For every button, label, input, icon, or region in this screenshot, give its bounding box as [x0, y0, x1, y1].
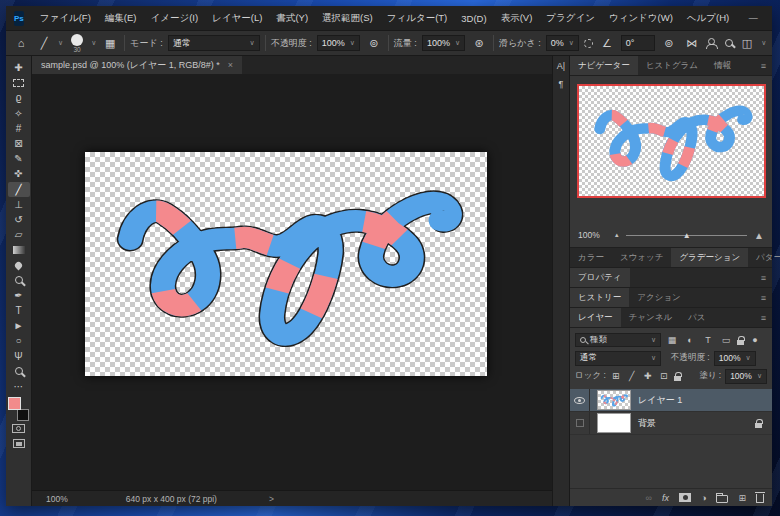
layer-style-fx-icon[interactable]: fx — [662, 493, 669, 503]
new-group-folder-icon[interactable] — [716, 495, 728, 503]
menu-filter[interactable]: フィルター(T) — [380, 6, 455, 30]
panel-menu-icon[interactable]: ≡ — [761, 56, 772, 75]
tab-swatches[interactable]: スウォッチ — [612, 248, 672, 267]
layer-fill-dropdown[interactable]: 100% ∨ — [725, 369, 767, 384]
tab-patterns[interactable]: パターン — [748, 248, 780, 267]
menu-help[interactable]: ヘルプ(H) — [680, 6, 736, 30]
magic-wand-tool[interactable]: ✧ — [8, 106, 30, 121]
eyedropper-tool[interactable]: ✎ — [8, 151, 30, 166]
pressure-opacity-icon[interactable]: ⊚ — [365, 37, 383, 50]
lock-artboard-icon[interactable]: ⊡ — [658, 371, 670, 381]
menu-layer[interactable]: レイヤー(L) — [205, 6, 269, 30]
background-name[interactable]: 背景 — [638, 417, 656, 430]
tab-history[interactable]: ヒストリー — [570, 288, 629, 307]
menu-type[interactable]: 書式(Y) — [269, 6, 315, 30]
background-thumbnail[interactable] — [597, 413, 631, 433]
maximize-button[interactable]: □ — [770, 6, 780, 30]
airbrush-icon[interactable]: ⊛ — [470, 37, 488, 50]
layer-filter-dropdown[interactable]: 種類 ∨ — [575, 333, 661, 347]
link-layers-icon[interactable]: ∞ — [646, 493, 652, 503]
navigator-zoom-value[interactable]: 100% — [578, 230, 608, 240]
filter-adjustment-layers-icon[interactable]: ◐ — [683, 335, 697, 345]
chevron-down-icon[interactable]: ∨ — [91, 39, 96, 47]
brush-preset-picker[interactable]: 30 — [68, 34, 86, 53]
menu-edit[interactable]: 編集(E) — [98, 6, 144, 30]
home-icon[interactable]: ⌂ — [12, 37, 30, 49]
layer-blend-mode-dropdown[interactable]: 通常 ∨ — [575, 351, 661, 366]
hand-tool[interactable]: Ψ — [8, 349, 30, 364]
layer-opacity-dropdown[interactable]: 100% ∨ — [714, 351, 756, 366]
layer1-visibility-toggle[interactable] — [570, 389, 590, 411]
panel-menu-icon[interactable]: ≡ — [761, 288, 772, 307]
dodge-tool[interactable] — [8, 273, 30, 288]
search-icon[interactable] — [725, 39, 733, 47]
menu-view[interactable]: 表示(V) — [494, 6, 540, 30]
tab-properties[interactable]: プロパティ — [570, 268, 630, 287]
brush-tool[interactable]: ╱ — [8, 182, 30, 197]
background-visibility-toggle[interactable] — [570, 412, 590, 434]
delete-layer-trash-icon[interactable] — [756, 494, 764, 503]
brush-tool-icon[interactable]: ╱ — [35, 37, 53, 50]
navigator-zoom-slider[interactable]: ▲ — [626, 235, 748, 236]
eraser-tool[interactable]: ▱ — [8, 227, 30, 242]
chevron-down-icon[interactable]: ∨ — [761, 39, 766, 47]
menu-image[interactable]: イメージ(I) — [144, 6, 206, 30]
layer1-thumbnail[interactable] — [597, 390, 631, 410]
layer1-name[interactable]: レイヤー 1 — [638, 394, 682, 407]
adjustment-layer-icon[interactable]: ◑ — [701, 493, 706, 503]
tab-paths[interactable]: パス — [680, 308, 713, 327]
shape-tool[interactable]: ○ — [8, 333, 30, 348]
tab-color[interactable]: カラー — [570, 248, 612, 267]
frame-tool[interactable]: ⊠ — [8, 136, 30, 151]
filter-locked-layers-icon[interactable] — [737, 340, 744, 345]
lock-position-icon[interactable]: ✚ — [642, 371, 654, 381]
share-for-review-icon[interactable] — [706, 38, 716, 49]
panel-menu-icon[interactable]: ≡ — [761, 308, 772, 327]
tab-gradients[interactable]: グラデーション — [671, 248, 748, 267]
document-tab[interactable]: sample.psd @ 100% (レイヤー 1, RGB/8#) * × — [32, 56, 242, 74]
layer-row-layer1[interactable]: レイヤー 1 — [570, 389, 772, 412]
foreground-color-swatch[interactable] — [8, 397, 21, 410]
pressure-size-icon[interactable]: ⊚ — [660, 37, 678, 50]
lock-transparency-icon[interactable]: ⊞ — [610, 371, 622, 381]
edit-toolbar-button[interactable]: ⋯ — [8, 379, 30, 394]
symmetry-butterfly-icon[interactable]: ⋈ — [683, 37, 701, 50]
zoom-out-mountain-icon[interactable]: ▴ — [615, 231, 619, 239]
menu-window[interactable]: ウィンドウ(W) — [602, 6, 680, 30]
tab-histogram[interactable]: ヒストグラム — [638, 56, 706, 75]
character-panel-icon[interactable]: A| — [557, 61, 565, 71]
opacity-dropdown[interactable]: 100% ∨ — [317, 35, 360, 51]
slider-thumb[interactable]: ▲ — [683, 231, 691, 240]
clone-stamp-tool[interactable]: ⊥ — [8, 197, 30, 212]
status-zoom-level[interactable]: 100% — [46, 494, 68, 504]
healing-brush-tool[interactable]: ✜ — [8, 166, 30, 181]
smoothing-dropdown[interactable]: 0% ∨ — [546, 35, 579, 51]
filter-type-layers-icon[interactable]: T — [701, 335, 715, 345]
quick-mask-button[interactable] — [8, 421, 30, 436]
tab-navigator[interactable]: ナビゲーター — [570, 56, 638, 75]
filter-toggle-icon[interactable]: ● — [748, 335, 762, 345]
brush-settings-panel-icon[interactable]: ▦ — [101, 37, 119, 50]
minimize-button[interactable]: — — [736, 6, 770, 30]
status-options-chevron[interactable]: > — [269, 494, 274, 504]
smoothing-options-gear-icon[interactable] — [584, 39, 593, 48]
blend-mode-dropdown[interactable]: 通常 ∨ — [168, 35, 260, 51]
history-brush-tool[interactable]: ↺ — [8, 212, 30, 227]
zoom-tool[interactable] — [8, 364, 30, 379]
lock-all-icon[interactable] — [674, 376, 681, 381]
filter-pixel-layers-icon[interactable]: ▦ — [665, 335, 679, 345]
brush-angle-input[interactable]: 0° — [621, 35, 655, 51]
tab-layers[interactable]: レイヤー — [570, 308, 621, 327]
canvas[interactable] — [32, 74, 552, 490]
navigator-proxy-view[interactable] — [577, 84, 766, 198]
screen-mode-button[interactable] — [8, 436, 30, 451]
lasso-tool[interactable]: ϱ — [8, 90, 30, 105]
tab-actions[interactable]: アクション — [629, 288, 689, 307]
color-swatches[interactable] — [8, 397, 30, 421]
flow-dropdown[interactable]: 100% ∨ — [422, 35, 465, 51]
filter-shape-layers-icon[interactable]: ▭ — [719, 335, 733, 345]
panel-menu-icon[interactable]: ≡ — [761, 268, 772, 287]
chevron-down-icon[interactable]: ∨ — [58, 39, 63, 47]
menu-file[interactable]: ファイル(F) — [33, 6, 98, 30]
document-canvas[interactable] — [85, 152, 487, 376]
